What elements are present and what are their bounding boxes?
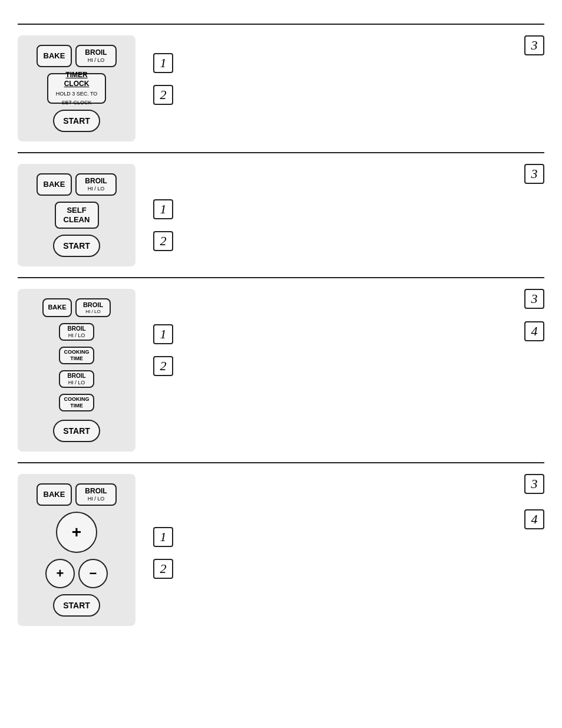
step-4-3-right: 3 (524, 474, 544, 494)
step-text-4-1 (180, 527, 544, 529)
bake-broil-row-1: BAKE BROILHI / LO (37, 45, 117, 67)
step-num-3-4: 4 (524, 321, 544, 341)
start-button-2[interactable]: START (53, 235, 100, 257)
plus-large-button[interactable]: + (56, 512, 97, 553)
step-num-4-2: 2 (153, 559, 173, 579)
step-4-1: 1 (153, 527, 544, 547)
step-num-3-2: 2 (153, 356, 173, 376)
step-num-2-2: 2 (153, 231, 173, 251)
content-4: 3 4 1 2 (153, 474, 544, 580)
section-4: BAKE BROILHI / LO + + − START 3 4 1 (18, 462, 544, 637)
panel-2: BAKE BROILHI / LO SELFCLEAN START (18, 164, 135, 266)
section-1: BAKE BROILHI / LO TIMERCLOCK HOLD 3 SEC.… (18, 24, 544, 152)
bake-broil-row-2: BAKE BROILHI / LO (37, 173, 117, 196)
content-2: 3 1 2 (153, 164, 544, 258)
step-1-2: 2 (153, 85, 544, 105)
step-num-2: 2 (153, 85, 173, 105)
broil-sm-button-1[interactable]: BROILHI / LO (59, 323, 94, 341)
start-button-4[interactable]: START (53, 594, 100, 617)
step-4-2: 2 (153, 559, 544, 579)
broil-button-2[interactable]: BROILHI / LO (75, 173, 117, 196)
step-text-4-2 (180, 559, 544, 561)
step-1-3-right: 3 (524, 35, 544, 55)
panel-4: BAKE BROILHI / LO + + − START (18, 474, 135, 626)
step-num-3-3: 3 (524, 289, 544, 309)
step-3-2: 2 (153, 356, 544, 376)
cooking-time-button-2[interactable]: COOKINGTIME (59, 394, 94, 411)
bake-button-2[interactable]: BAKE (37, 173, 72, 196)
broil-sm-button-2[interactable]: BROILHI / LO (59, 370, 94, 388)
step-3-3-right: 3 (524, 289, 544, 309)
step-num-2-3: 3 (524, 164, 544, 184)
panel-3: BAKE BROILHI / LO BROILHI / LO COOKINGTI… (18, 289, 135, 452)
step-num-4-4: 4 (524, 509, 544, 529)
step-text-3-2 (180, 356, 544, 358)
step-2-3-right: 3 (524, 164, 544, 184)
plus-minus-row: + − (45, 559, 108, 588)
step-3-1: 1 (153, 324, 544, 344)
step-num-1: 1 (153, 53, 173, 73)
step-num-3-1: 1 (153, 324, 173, 344)
start-button-1[interactable]: START (53, 110, 100, 132)
step-1-1: 1 (153, 53, 544, 73)
bake-broil-row-4: BAKE BROILHI / LO (37, 483, 117, 506)
content-3: 3 4 1 2 (153, 289, 544, 407)
bake-button-1[interactable]: BAKE (37, 45, 72, 67)
panel-1: BAKE BROILHI / LO TIMERCLOCK HOLD 3 SEC.… (18, 35, 135, 141)
step-2-2: 2 (153, 231, 544, 251)
broil-button-1[interactable]: BROILHI / LO (75, 45, 117, 67)
section-2: BAKE BROILHI / LO SELFCLEAN START 3 1 2 (18, 152, 544, 277)
step-text-3-1 (180, 324, 544, 327)
broil-button-4[interactable]: BROILHI / LO (75, 483, 117, 506)
step-num-4-3: 3 (524, 474, 544, 494)
broil-button-3[interactable]: BROILHI / LO (75, 298, 111, 317)
bake-button-4[interactable]: BAKE (37, 483, 72, 506)
timer-clock-button[interactable]: TIMERCLOCK HOLD 3 SEC. TO SET CLOCK (47, 73, 106, 104)
self-clean-button[interactable]: SELFCLEAN (55, 202, 99, 229)
step-4-4-right: 4 (524, 509, 544, 529)
minus-small-button[interactable]: − (78, 559, 108, 588)
plus-small-button[interactable]: + (45, 559, 75, 588)
step-num-3: 3 (524, 35, 544, 55)
bake-button-3[interactable]: BAKE (42, 298, 72, 317)
step-text-2 (180, 85, 544, 87)
step-text-1 (180, 53, 544, 55)
step-num-4-1: 1 (153, 527, 173, 547)
bake-broil-row-3: BAKE BROILHI / LO (42, 298, 111, 317)
content-1: 1 2 3 (153, 35, 544, 124)
cooking-time-button-1[interactable]: COOKINGTIME (59, 347, 94, 364)
step-2-1: 1 (153, 199, 544, 219)
section-3: BAKE BROILHI / LO BROILHI / LO COOKINGTI… (18, 277, 544, 462)
step-text-2-2 (180, 231, 544, 233)
step-num-2-1: 1 (153, 199, 173, 219)
step-text-2-1 (180, 199, 544, 202)
step-3-4-right: 4 (524, 321, 544, 341)
start-button-3[interactable]: START (53, 420, 100, 442)
